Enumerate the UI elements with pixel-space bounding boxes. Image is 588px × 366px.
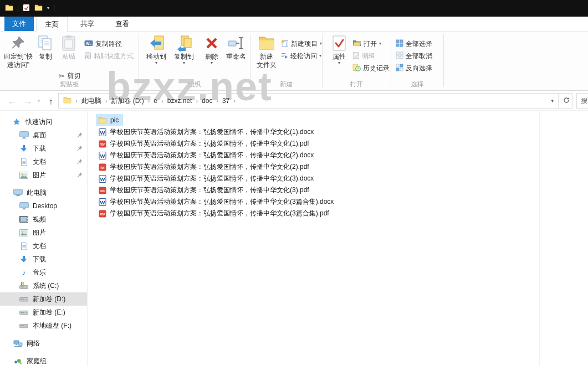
file-item-docx[interactable]: W 学校国庆节英语活动策划方案：弘扬爱国情怀，传播中华文化(3).docx [96,173,318,184]
drive-icon [19,296,29,302]
sidebar-item-music[interactable]: ♪ 音乐 [0,266,87,279]
chevron-icon[interactable]: › [161,97,163,104]
group-select: 全部选择 全部取消 反向选择 选择 [391,32,443,90]
properties-button[interactable]: 属性 ▾ [329,33,349,65]
sidebar-item-drive-f[interactable]: 本地磁盘 (F:) [0,319,87,332]
up-button[interactable]: ↑ [44,91,58,111]
paste-button[interactable]: 粘贴 [57,33,81,61]
chevron-icon[interactable]: › [105,97,108,104]
chevron-down-icon[interactable]: ▾ [47,6,49,11]
search-input[interactable]: 搜 [576,93,588,109]
ribbon-separator [443,34,444,87]
tab-view[interactable]: 查看 [107,17,137,31]
invert-selection-button[interactable]: 反向选择 [396,63,432,74]
edit-button[interactable]: 编辑 [352,50,375,61]
paste-icon [62,33,76,53]
breadcrumb-item-this-pc[interactable]: 此电脑 [81,96,101,106]
desktop-icon [19,202,29,210]
file-item-pdf[interactable]: PDF 学校国庆节英语活动策划方案：弘扬爱国情怀，传播中华文化(2).pdf [96,161,314,173]
new-item-icon [280,39,289,49]
breadcrumb-item-bzxz[interactable]: bzxz.net [167,97,192,105]
cut-button[interactable]: ✂ 剪切 [59,70,80,81]
sidebar-item-this-pc[interactable]: 此电脑 [0,186,87,199]
address-dropdown-chevron-icon[interactable]: ▾ [551,98,554,104]
sidebar-item-videos[interactable]: 视频 [0,213,87,226]
pin-to-quick-access-button[interactable]: 固定到"快 速访问" [2,33,34,69]
folder-icon[interactable] [5,4,13,13]
new-item-button[interactable]: 新建项目 ▾ [280,38,322,49]
music-note-icon: ♪ [19,268,29,277]
open-button[interactable]: 打开 ▾ [352,38,381,49]
folder-item-pic[interactable]: pic [96,114,123,126]
chevron-icon[interactable]: › [216,97,218,104]
chevron-down-icon: ▾ [379,42,381,46]
sidebar-item-drive-c[interactable]: 系统 (C:) [0,279,87,292]
sidebar-item-pictures[interactable]: 图片 [0,168,87,182]
refresh-icon[interactable] [563,97,570,105]
copy-path-button[interactable]: W.. 复制路径 [84,38,122,49]
sidebar-item-documents-pc[interactable]: 文档 [0,239,87,252]
pin-icon [76,158,83,166]
pdf-file-icon: PDF [98,140,107,148]
folder-icon[interactable] [34,4,43,13]
sidebar-item-network[interactable]: 网络 [0,337,87,350]
file-item-docx[interactable]: W 学校国庆节英语活动策划方案：弘扬爱国情怀，传播中华文化(1).docx [96,126,318,138]
rename-button[interactable]: 重命名 [223,33,249,61]
sidebar-item-desktop-folder[interactable]: Desktop [0,199,87,213]
file-item-pdf[interactable]: PDF 学校国庆节英语活动策划方案：弘扬爱国情怀，传播中华文化(3篇合集).pd… [96,208,334,219]
move-to-button[interactable]: 移动到 ▾ [143,33,170,65]
tab-home[interactable]: 主页 [36,17,68,32]
copy-button[interactable]: 复制 [34,33,57,61]
chevron-down-icon: ▾ [211,61,213,65]
group-label-select: 选择 [391,80,443,89]
delete-x-icon [204,33,219,53]
breadcrumb-item-e[interactable]: e [154,97,157,105]
sidebar-item-drive-d[interactable]: 新加卷 (D:) [0,292,87,306]
svg-text:W: W [100,199,105,205]
file-item-pdf[interactable]: PDF 学校国庆节英语活动策划方案：弘扬爱国情怀，传播中华文化(3).pdf [96,184,314,196]
separator [558,94,559,108]
select-none-button[interactable]: 全部取消 [396,50,432,61]
copy-path-icon: W.. [84,40,93,48]
chevron-icon: › [75,97,78,104]
forward-button[interactable]: → [21,91,34,111]
breadcrumb-item-37[interactable]: 37 [222,97,229,105]
tab-file[interactable]: 文件 [4,17,34,31]
sidebar-item-documents[interactable]: 文档 [0,155,87,168]
easy-access-button[interactable]: 轻松访问 ▾ [280,50,321,61]
history-button[interactable]: 历史记录 [352,63,390,74]
ribbon: 固定到"快 速访问" 复制 粘贴 ✂ 剪切 W.. 复制路径 粘贴快捷方式 剪贴… [0,32,588,91]
navigation-pane: 快速访问 桌面 下载 文档 图片 此电脑 Desktop 视频 图片 文档 [0,111,87,366]
new-folder-button[interactable]: 新建 文件夹 [254,33,279,69]
sidebar-item-drive-e[interactable]: 新加卷 (E:) [0,306,87,319]
file-item-pdf[interactable]: PDF 学校国庆节英语活动策划方案：弘扬爱国情怀，传播中华文化(1).pdf [96,138,314,150]
paste-shortcut-button[interactable]: 粘贴快捷方式 [84,50,134,61]
properties-icon [332,33,346,53]
sidebar-item-pictures-pc[interactable]: 图片 [0,226,87,239]
back-button[interactable]: ← [6,91,19,111]
chevron-icon[interactable]: › [148,97,150,104]
delete-button[interactable]: 删除 ▾ [201,33,223,65]
copy-to-button[interactable]: 复制到 ▾ [171,33,197,65]
recent-locations-chevron-icon[interactable]: ▾ [34,91,43,111]
sidebar-item-quick-access[interactable]: 快速访问 [0,115,87,128]
sidebar-item-homegroup[interactable]: 家庭组 [0,354,87,366]
breadcrumb-item-doc[interactable]: doc [202,97,212,105]
chevron-icon[interactable]: › [233,97,236,104]
file-item-docx[interactable]: W 学校国庆节英语活动策划方案：弘扬爱国情怀，传播中华文化(2).docx [96,150,318,161]
breadcrumb[interactable]: › 此电脑 › 新加卷 (D:) › e › bzxz.net › doc › … [58,93,572,109]
tab-share[interactable]: 共享 [72,17,103,31]
sidebar-item-downloads-pc[interactable]: 下载 [0,252,87,266]
document-icon [19,242,29,250]
sidebar-item-downloads[interactable]: 下载 [0,142,87,155]
group-label-organize: 组织 [139,80,250,89]
address-bar: ← → ▾ ↑ › 此电脑 › 新加卷 (D:) › e › bzxz.net … [0,91,588,111]
select-all-button[interactable]: 全部选择 [396,38,432,49]
sidebar-item-desktop[interactable]: 桌面 [0,128,87,142]
chevron-icon[interactable]: › [196,97,198,104]
chevron-down-icon: ▾ [155,61,157,65]
breadcrumb-item-drive-d[interactable]: 新加卷 (D:) [111,96,144,106]
chevron-down-icon: ▾ [319,54,321,58]
file-item-docx[interactable]: W 学校国庆节英语活动策划方案：弘扬爱国情怀，传播中华文化(3篇合集).docx [96,196,338,208]
properties-check-icon[interactable] [23,4,30,13]
